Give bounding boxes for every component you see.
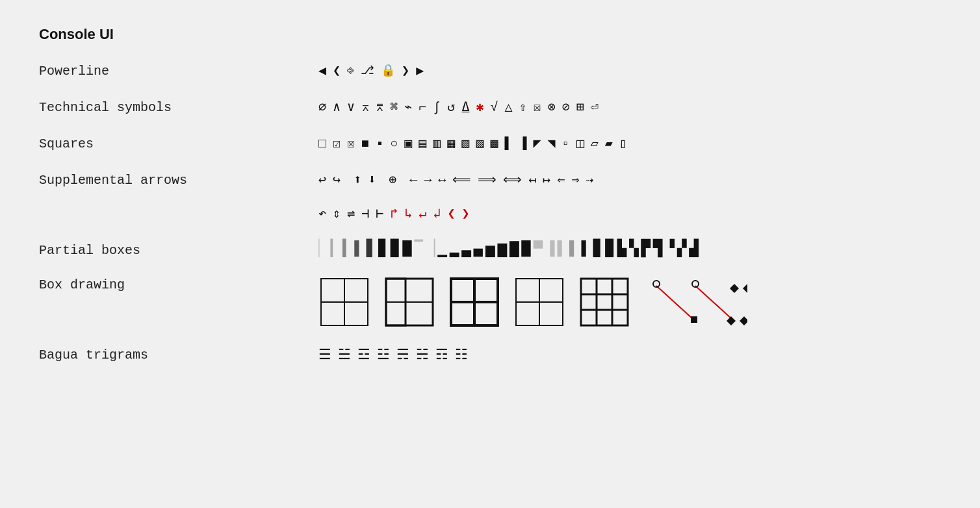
sym: ⟸ xyxy=(452,171,471,190)
sym-red: ↵ xyxy=(419,205,426,223)
svg-line-20 xyxy=(695,286,731,318)
box-svg-1 xyxy=(318,276,370,328)
sym: ⌐ xyxy=(419,99,426,117)
sym: ▟ xyxy=(689,242,698,257)
sym: ▚ xyxy=(629,242,638,257)
sym-red: ↳ xyxy=(404,205,412,223)
sym-red: ↱ xyxy=(390,205,398,223)
sym: ◫ xyxy=(576,135,584,153)
section-content-technical: ⌀ ∧ ∨ ⌅ ⌆ ⌘ ⌁ ⌐ ∫ ↺ ⍙ ✱ √ △ ⇧ ☒ ⊗ ⊘ ⊞ ⏎ xyxy=(318,99,941,117)
sym: ∫ xyxy=(433,99,441,117)
sym: ○ xyxy=(390,135,398,153)
section-powerline: Powerline ◀ ❮ ⎆ ⎇ 🔒 ❯ ▶ xyxy=(39,62,941,81)
sym: ■ xyxy=(361,135,369,153)
svg-marker-27 xyxy=(740,316,747,325)
sym: ▔ xyxy=(415,242,423,257)
sym: ⌁ xyxy=(404,99,412,117)
sym: ▎ xyxy=(330,242,339,257)
sym: ⊗ xyxy=(548,99,556,117)
sym: ◀ xyxy=(318,62,326,81)
sym: ∨ xyxy=(347,99,355,117)
sym: ▄ xyxy=(474,242,483,257)
sym: ☲ xyxy=(357,346,370,366)
sym-red: ❮ xyxy=(447,205,455,223)
sym: ▩ xyxy=(490,135,498,153)
sym: ▶ xyxy=(416,62,424,81)
sym: ❮ xyxy=(333,62,341,81)
sym: ⇐ xyxy=(557,171,565,190)
sym: ↶ xyxy=(318,205,326,223)
sym: ▅ xyxy=(485,242,495,257)
sym: ▌ xyxy=(504,135,512,153)
sym: ☷ xyxy=(455,346,468,366)
section-content-supp-arrows-row1: ↩ ↪ ⬆ ⬇ ⊕ ← → ↔ ⟸ ⟹ ⟺ ↤ ↦ ⇐ ⇒ ⇢ xyxy=(318,171,941,190)
sym: ▁ xyxy=(437,242,446,257)
svg-rect-25 xyxy=(691,316,697,323)
section-label-bagua: Bagua trigrams xyxy=(39,346,318,362)
sym: ▱ xyxy=(591,135,599,153)
section-label-squares: Squares xyxy=(39,135,318,151)
sym: ▊ xyxy=(378,242,387,257)
sym-red: ✱ xyxy=(476,99,484,117)
box-svg-5 xyxy=(578,276,630,328)
sym: ⌘ xyxy=(390,99,398,117)
sym: ☒ xyxy=(347,135,355,153)
sym: ⊣ xyxy=(361,205,369,223)
sym: ▌ xyxy=(558,242,567,257)
sym: ☳ xyxy=(377,346,390,366)
section-content-powerline: ◀ ❮ ⎆ ⎇ 🔒 ❯ ▶ xyxy=(318,62,941,81)
sym: ⊘ xyxy=(562,99,570,117)
sym: ☰ xyxy=(318,346,331,366)
sym: △ xyxy=(505,99,513,117)
svg-marker-23 xyxy=(730,284,739,293)
sym: ↔ xyxy=(438,171,446,190)
sym: ▀ xyxy=(534,242,543,257)
sym: █ xyxy=(402,242,411,257)
sym: ⇧ xyxy=(519,99,527,117)
sym: ▐ xyxy=(519,135,527,153)
sym: ⟺ xyxy=(503,171,522,190)
sym: ❯ xyxy=(402,62,409,81)
section-label-technical: Technical symbols xyxy=(39,99,318,115)
sym: ⬇ xyxy=(368,171,376,190)
section-technical: Technical symbols ⌀ ∧ ∨ ⌅ ⌆ ⌘ ⌁ ⌐ ∫ ↺ ⍙ … xyxy=(39,99,941,117)
sym: ⇢ xyxy=(586,171,593,190)
sym: ▙ xyxy=(617,242,626,257)
sym: ⇕ xyxy=(333,205,341,223)
section-supp-arrows: Supplemental arrows ↩ ↪ ⬆ ⬇ ⊕ ← → ↔ ⟸ ⟹ … xyxy=(39,171,941,223)
sym: ⇒ xyxy=(571,171,579,190)
sym: ↪ xyxy=(333,171,341,190)
sym: ⬆ xyxy=(354,171,361,190)
sym: ▯ xyxy=(619,135,627,153)
section-content-box-drawing xyxy=(318,276,941,328)
sym: ▉ xyxy=(391,242,400,257)
sym: ▇ xyxy=(509,242,519,257)
section-bagua: Bagua trigrams ☰ ☱ ☲ ☳ ☴ ☵ ☶ ☷ xyxy=(39,346,941,366)
sym: ▕ xyxy=(426,242,435,257)
sym: ▞ xyxy=(677,242,686,257)
sym: ◤ xyxy=(534,135,541,153)
sym: □ xyxy=(318,135,326,153)
box-svg-4 xyxy=(513,276,565,328)
sym: ⍙ xyxy=(461,99,469,117)
svg-marker-26 xyxy=(727,316,736,325)
sym: 🔒 xyxy=(381,63,395,79)
sym: █ xyxy=(521,242,530,257)
sym: ⌆ xyxy=(376,99,383,117)
sym: ▦ xyxy=(447,135,455,153)
sym: ▍ xyxy=(342,242,352,257)
sym: ⌀ xyxy=(318,99,326,117)
sym: → xyxy=(424,171,432,190)
sym: ⎆ xyxy=(347,63,354,79)
sym: ▊ xyxy=(593,242,602,257)
section-box-drawing: Box drawing xyxy=(39,276,941,328)
sym: ▐ xyxy=(545,242,554,257)
sym: ▤ xyxy=(419,135,426,153)
sym: ▌ xyxy=(354,242,363,257)
sym: ⊞ xyxy=(576,99,584,117)
section-label-powerline: Powerline xyxy=(39,62,318,79)
sym: ▋ xyxy=(367,242,376,257)
sym: ☶ xyxy=(435,346,448,366)
sym: ◥ xyxy=(548,135,556,153)
sym: ▣ xyxy=(404,135,412,153)
